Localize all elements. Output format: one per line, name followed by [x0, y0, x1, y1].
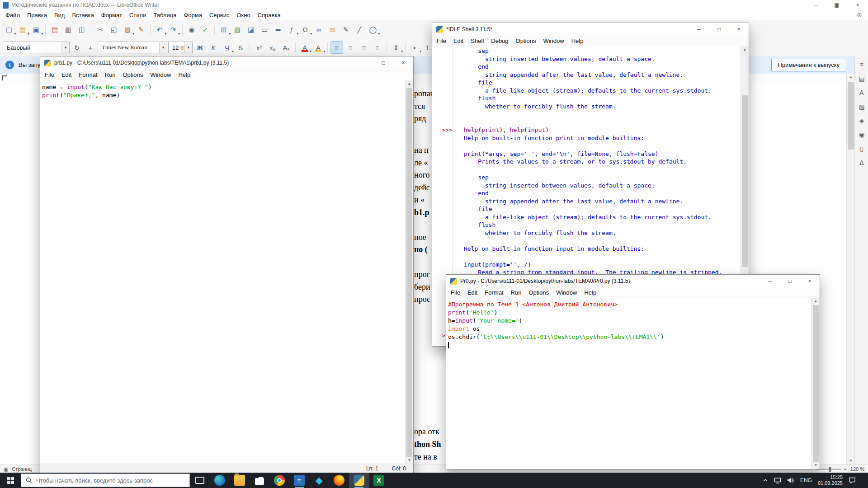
- chevron-down-icon[interactable]: ▾: [178, 32, 180, 36]
- menu-item[interactable]: Edit: [464, 288, 481, 297]
- chevron-down-icon[interactable]: ▾: [378, 32, 380, 36]
- line-spacing-button[interactable]: ⇕▾: [390, 41, 402, 54]
- minimize-button[interactable]: ─: [354, 56, 373, 69]
- chevron-down-icon[interactable]: ▾: [420, 50, 421, 53]
- copy-icon[interactable]: ◱: [108, 23, 120, 36]
- spelling-icon[interactable]: ✓: [199, 23, 212, 36]
- chevron-down-icon[interactable]: ▾: [14, 32, 16, 36]
- styles-icon[interactable]: A: [857, 88, 867, 98]
- minimize-button[interactable]: ─: [806, 0, 826, 10]
- manage-changes-icon[interactable]: Δ: [857, 158, 867, 168]
- properties-icon[interactable]: ▤: [857, 74, 867, 84]
- redo-icon[interactable]: ↷▾: [167, 23, 179, 36]
- menu-item[interactable]: Debug: [487, 37, 512, 45]
- chevron-down-icon[interactable]: ▾: [28, 32, 29, 36]
- menu-item[interactable]: Вид: [51, 11, 69, 19]
- save-status-icon[interactable]: ▣: [4, 466, 8, 472]
- insert-line-icon[interactable]: ╱: [353, 23, 366, 36]
- chevron-down-icon[interactable]: ▾: [323, 50, 325, 53]
- bold-button[interactable]: Ж: [193, 41, 206, 54]
- menu-item[interactable]: File: [447, 288, 464, 297]
- menu-item[interactable]: File: [433, 37, 450, 45]
- titlebar[interactable]: *IDLE Shell 3.11.5* ─ □ ×: [432, 23, 749, 36]
- insert-chart-icon[interactable]: ◪: [245, 23, 257, 36]
- align-center-button[interactable]: ≡: [344, 41, 357, 54]
- export-pdf-icon[interactable]: ▤: [48, 23, 61, 36]
- titlebar[interactable]: prb1.py - C:\Users\u111-01\Desktop\pytho…: [40, 56, 413, 69]
- menu-item[interactable]: Edit: [58, 70, 75, 79]
- menu-item[interactable]: Файл: [2, 11, 24, 19]
- align-right-button[interactable]: ≡: [358, 41, 370, 54]
- font-name-combo[interactable]: Times New Roman ▾: [98, 42, 167, 53]
- writer-icon-button[interactable]: ≡: [289, 473, 309, 488]
- align-left-button[interactable]: ≡: [330, 41, 343, 54]
- menu-item[interactable]: Run: [101, 70, 119, 79]
- clear-formatting-button[interactable]: Aₓ: [280, 41, 292, 54]
- menu-item[interactable]: Help: [580, 288, 600, 297]
- menu-item[interactable]: Окно: [233, 11, 254, 19]
- superscript-button[interactable]: x²: [253, 41, 265, 54]
- minimize-button[interactable]: ─: [689, 23, 709, 36]
- menu-item[interactable]: Help: [568, 37, 587, 45]
- underline-button[interactable]: Ч▾: [221, 41, 233, 54]
- scroll-up-icon[interactable]: ▲: [406, 81, 413, 87]
- editor-vertical-scrollbar[interactable]: ▲ ▼: [405, 80, 413, 464]
- menu-item[interactable]: Window: [146, 70, 175, 79]
- keyboard-language-indicator[interactable]: ENG: [800, 477, 812, 483]
- chevron-down-icon[interactable]: ▾: [310, 50, 311, 53]
- new-style-icon[interactable]: +: [84, 41, 97, 54]
- hidden-icons-chevron-icon[interactable]: [763, 479, 768, 482]
- print-icon[interactable]: ▥: [62, 23, 75, 36]
- menu-item[interactable]: Shell: [467, 37, 487, 45]
- chevron-down-icon[interactable]: ▾: [184, 42, 192, 53]
- vscode-icon-button[interactable]: ◆: [309, 473, 329, 488]
- update-style-icon[interactable]: ↻: [71, 41, 83, 54]
- chevron-down-icon[interactable]: ▾: [165, 32, 166, 36]
- menu-item[interactable]: Format: [481, 288, 507, 297]
- navigator-icon[interactable]: ◈: [857, 116, 867, 126]
- font-color-button[interactable]: A▾: [298, 41, 311, 54]
- zoom-thumb[interactable]: [829, 467, 831, 472]
- start-button[interactable]: [0, 473, 21, 488]
- chevron-down-icon[interactable]: ▾: [297, 32, 298, 36]
- scrollbar-thumb[interactable]: [742, 95, 748, 267]
- sidebar-settings-icon[interactable]: ≡: [857, 60, 867, 70]
- scroll-down-icon[interactable]: ▼: [847, 458, 855, 464]
- italic-button[interactable]: К: [207, 41, 220, 54]
- gallery-icon[interactable]: ▧: [857, 102, 867, 112]
- insert-comment-icon[interactable]: ✉: [326, 23, 339, 36]
- maximize-button[interactable]: □: [709, 23, 729, 36]
- menu-item[interactable]: Options: [525, 288, 552, 297]
- menu-item[interactable]: Options: [119, 70, 146, 79]
- chevron-down-icon[interactable]: ▾: [41, 32, 43, 36]
- undo-icon[interactable]: ↶▾: [153, 23, 166, 36]
- highlight-color-button[interactable]: A▾: [312, 41, 325, 54]
- excel-icon-button[interactable]: X: [369, 473, 389, 488]
- zoom-in-icon[interactable]: +: [844, 466, 846, 472]
- titlebar[interactable]: Pr0.py - C:/Users/u111-01/Desktop/python…: [446, 275, 820, 287]
- find-replace-icon[interactable]: ◉: [185, 23, 198, 36]
- release-notes-button[interactable]: Примечания к выпуску: [771, 59, 846, 71]
- chevron-down-icon[interactable]: ▾: [132, 32, 134, 36]
- page-icon[interactable]: ▯: [857, 144, 867, 154]
- menu-item[interactable]: Format: [75, 70, 101, 79]
- show-desktop-button[interactable]: [862, 473, 864, 488]
- file-explorer-icon-button[interactable]: [230, 473, 250, 488]
- chevron-down-icon[interactable]: ▾: [229, 32, 231, 36]
- maximize-button[interactable]: □: [373, 56, 393, 69]
- insert-textbox-icon[interactable]: ▭: [258, 23, 271, 36]
- open-icon[interactable]: ▦▾: [16, 23, 29, 36]
- paste-icon[interactable]: ▨▾: [121, 23, 134, 36]
- chevron-down-icon[interactable]: ▾: [232, 50, 234, 53]
- font-size-combo[interactable]: 12 пт ▾: [168, 42, 193, 53]
- paragraph-style-combo[interactable]: Базовый ▾: [3, 42, 70, 53]
- close-button[interactable]: ×: [800, 275, 820, 287]
- firefox-icon-button[interactable]: [329, 473, 349, 488]
- scroll-down-icon[interactable]: ▼: [812, 462, 820, 469]
- menu-item[interactable]: Вставка: [68, 11, 97, 19]
- close-button[interactable]: ×: [729, 23, 749, 36]
- special-character-icon[interactable]: Ω▾: [299, 23, 311, 36]
- maximize-button[interactable]: □: [780, 275, 800, 287]
- insert-pagebreak-icon[interactable]: ═: [272, 23, 284, 36]
- action-center-icon[interactable]: [849, 477, 856, 483]
